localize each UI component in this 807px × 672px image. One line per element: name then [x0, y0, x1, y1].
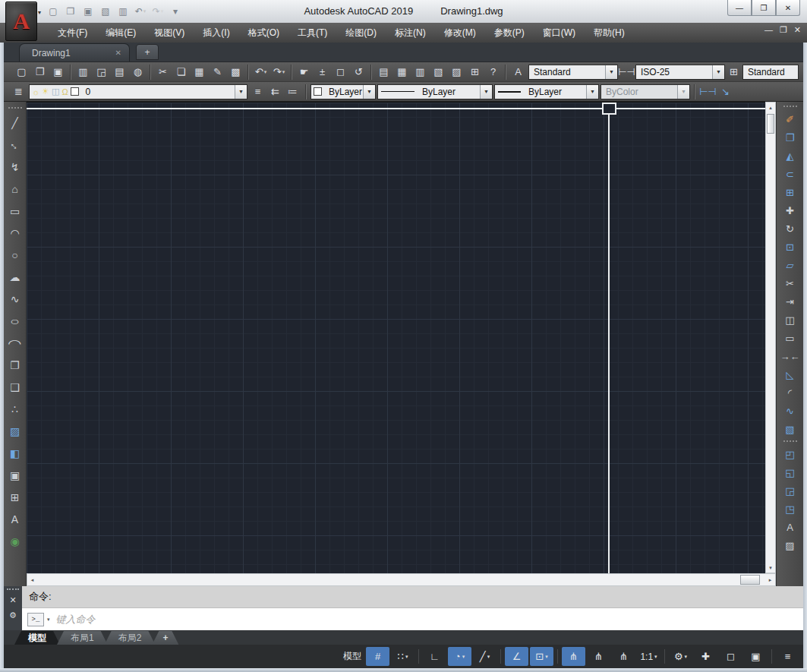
cut-icon[interactable]: ✂: [154, 64, 172, 80]
toolbar-grip[interactable]: [783, 440, 797, 442]
send-under-objects-icon[interactable]: ◳: [779, 500, 802, 518]
new-icon[interactable]: ▢: [13, 64, 30, 80]
layer-on-icon[interactable]: ☼: [32, 87, 39, 96]
menu-edit[interactable]: 编辑(E): [96, 24, 145, 43]
designcenter-icon[interactable]: ▦: [393, 64, 411, 80]
explode-icon[interactable]: ▧: [779, 420, 802, 438]
break-at-point-icon[interactable]: ◫: [779, 311, 802, 329]
blend-curves-icon[interactable]: ∿: [779, 402, 802, 420]
erase-icon[interactable]: ✐: [779, 110, 802, 128]
lineweight-combo-arrow[interactable]: ▼: [586, 85, 598, 99]
layer-combo[interactable]: ☼☀◫Ω 0 ▼: [29, 84, 247, 99]
bring-to-front-icon[interactable]: ◰: [779, 445, 802, 463]
qat-saveas-icon[interactable]: ▧: [98, 4, 113, 19]
line-icon[interactable]: ╱: [5, 112, 25, 134]
plot-preview-icon[interactable]: ◲: [93, 64, 110, 80]
send-to-back-icon[interactable]: ◱: [779, 463, 802, 481]
polar-tracking-toggle-caret[interactable]: ▾: [462, 654, 465, 660]
redo-icon[interactable]: ↷▾: [270, 64, 288, 80]
drawing-canvas[interactable]: [27, 102, 765, 574]
tool-palettes-icon[interactable]: ▥: [411, 64, 429, 80]
scale-icon[interactable]: ⊡: [779, 238, 802, 256]
snap-toggle[interactable]: ∷▾: [391, 647, 415, 666]
array-icon[interactable]: ⊞: [779, 183, 802, 201]
text-style-combo-arrow[interactable]: ▼: [605, 65, 617, 79]
annotation-visibility-toggle[interactable]: ⋔: [562, 647, 585, 666]
command-window-grip[interactable]: [7, 588, 19, 590]
undo-icon-caret[interactable]: ▾: [264, 69, 267, 75]
close-button[interactable]: ✕: [776, 0, 800, 16]
lineweight-combo[interactable]: ByLayer ▼: [494, 84, 599, 99]
break-icon[interactable]: ▭: [779, 329, 802, 347]
qat-undo-icon-caret[interactable]: ▾: [143, 8, 147, 14]
copy-clip-icon[interactable]: ❏: [172, 64, 190, 80]
menu-modify[interactable]: 修改(M): [435, 24, 485, 43]
isodraft-toggle-caret[interactable]: ▾: [487, 654, 490, 660]
trim-icon[interactable]: ✂: [779, 274, 802, 292]
scroll-left-icon[interactable]: ◂: [27, 574, 37, 585]
file-tab-drawing1[interactable]: Drawing1 ✕: [19, 43, 130, 62]
vertical-scrollbar[interactable]: ▴ ▾: [765, 102, 776, 573]
fillet-icon[interactable]: ◜: [779, 383, 802, 402]
file-tab-close-icon[interactable]: ✕: [115, 49, 121, 57]
command-prompt-icon[interactable]: >_: [27, 613, 44, 626]
make-layer-current-icon[interactable]: ≡: [249, 84, 266, 100]
text-style-icon[interactable]: A: [509, 64, 527, 80]
annotation-scale-icon[interactable]: ⋔: [612, 647, 635, 666]
qat-customize-icon[interactable]: ▾: [168, 4, 183, 19]
gradient-icon[interactable]: ◧: [5, 442, 25, 464]
qat-undo-icon[interactable]: ↶▾: [133, 4, 148, 19]
bring-above-objects-icon[interactable]: ◲: [779, 481, 802, 500]
menu-help[interactable]: 帮助(H): [585, 24, 634, 43]
table-style-combo[interactable]: Standard: [742, 65, 799, 80]
menu-parametric[interactable]: 参数(P): [485, 24, 534, 43]
grid-toggle[interactable]: #: [366, 647, 389, 666]
hatch-to-back-icon[interactable]: ▨: [779, 536, 802, 554]
application-menu-caret[interactable]: ▾: [38, 9, 41, 16]
point-icon[interactable]: ∴: [5, 398, 25, 420]
color-combo[interactable]: ByLayer ▼: [311, 84, 376, 99]
aligned-dimension-icon[interactable]: ↘: [717, 84, 734, 100]
qat-new-icon[interactable]: ▢: [46, 4, 61, 19]
command-input-placeholder[interactable]: 键入命令: [56, 613, 96, 626]
insert-block-icon[interactable]: ❐: [5, 354, 25, 376]
publish-icon[interactable]: ◍: [129, 64, 147, 80]
pan-icon[interactable]: ☛: [295, 64, 313, 80]
paste-icon[interactable]: ▦: [191, 64, 208, 80]
menu-insert[interactable]: 插入(I): [194, 24, 238, 43]
menu-window[interactable]: 窗口(W): [534, 24, 585, 43]
ellipse-icon[interactable]: ○: [5, 310, 25, 332]
properties-icon[interactable]: ▤: [375, 64, 392, 80]
horizontal-scroll-thumb[interactable]: [740, 575, 760, 585]
object-snap-tracking-toggle[interactable]: ∠: [505, 647, 528, 666]
menu-tools[interactable]: 工具(T): [288, 24, 336, 43]
toolbar-grip[interactable]: [783, 106, 797, 107]
object-snap-toggle[interactable]: ⊡▾: [530, 647, 553, 666]
linear-dimension-icon[interactable]: ⊢⊣: [699, 84, 717, 100]
scroll-up-icon[interactable]: ▴: [766, 103, 775, 112]
layer-freeze-icon[interactable]: ☀: [42, 87, 49, 96]
revision-cloud-icon[interactable]: ☁: [5, 266, 25, 288]
new-drawing-tab-button[interactable]: +: [136, 44, 159, 60]
offset-icon[interactable]: ⊂: [779, 165, 802, 183]
polygon-icon[interactable]: ⌂: [5, 178, 25, 200]
scroll-right-icon[interactable]: ▸: [765, 574, 775, 585]
chamfer-icon[interactable]: ◺: [779, 365, 802, 383]
menu-view[interactable]: 视图(V): [145, 24, 194, 43]
circle-icon[interactable]: ○: [5, 244, 25, 266]
ellipse-arc-icon[interactable]: ◠: [5, 332, 25, 354]
qat-save-icon[interactable]: ▣: [80, 4, 96, 19]
menu-dimension[interactable]: 标注(N): [386, 24, 435, 43]
application-menu-button[interactable]: A: [5, 2, 37, 41]
mdi-restore-icon[interactable]: ❐: [780, 25, 787, 35]
text-to-front-icon[interactable]: A: [779, 518, 802, 536]
linetype-combo[interactable]: ByLayer ▼: [377, 84, 493, 99]
tab-layout1[interactable]: 布局1: [57, 631, 108, 645]
mdi-minimize-icon[interactable]: —: [764, 25, 773, 35]
autoscale-toggle[interactable]: ⋔: [587, 647, 610, 666]
isolate-objects-button[interactable]: ◻: [719, 647, 742, 666]
menu-file[interactable]: 文件(F): [49, 24, 96, 43]
qat-open-icon[interactable]: ❐: [63, 4, 78, 19]
dim-style-icon[interactable]: ⊢⊣: [618, 64, 635, 80]
sheet-set-icon[interactable]: ▧: [430, 64, 447, 80]
